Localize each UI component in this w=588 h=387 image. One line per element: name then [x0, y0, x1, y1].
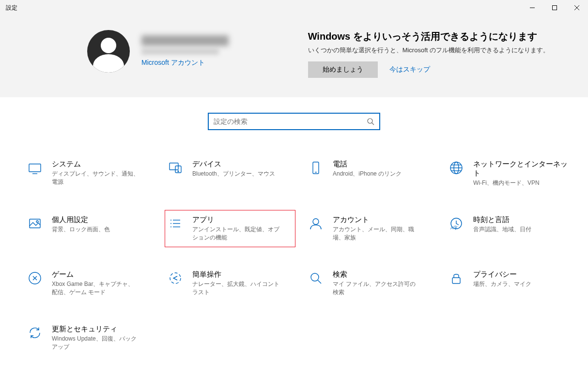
promo-actions: 始めましょう 今はスキップ: [308, 61, 549, 78]
titlebar: 設定: [0, 0, 588, 15]
category-desc: 場所、カメラ、マイク: [473, 280, 531, 288]
category-apps[interactable]: アプリアンインストール、既定値、オプションの機能: [165, 210, 295, 247]
profile-name-redacted: [141, 35, 229, 46]
search-icon: [367, 118, 374, 125]
phone-icon: [308, 160, 324, 176]
category-devices[interactable]: デバイスBluetooth、プリンター、マウス: [165, 154, 295, 193]
accounts-icon: [308, 215, 324, 232]
category-text: アカウントアカウント、メール、同期、職場、家族: [333, 215, 420, 242]
gaming-icon: [27, 270, 43, 286]
category-system[interactable]: システムディスプレイ、サウンド、通知、電源: [24, 154, 155, 193]
ms-account-link[interactable]: Microsoft アカウント: [141, 59, 229, 67]
apps-icon: [167, 215, 184, 232]
category-personal[interactable]: 個人用設定背景、ロック画面、色: [24, 210, 155, 247]
category-text: アプリアンインストール、既定値、オプションの機能: [192, 215, 279, 242]
category-text: システムディスプレイ、サウンド、通知、電源: [52, 160, 139, 187]
promo-title: Windows をよりいっそう活用できるようになります: [308, 30, 549, 43]
category-desc: 音声認識、地域、日付: [473, 225, 531, 234]
search-box[interactable]: [208, 113, 380, 130]
category-text: 時刻と言語音声認識、地域、日付: [473, 215, 531, 242]
category-title: 時刻と言語: [473, 215, 531, 224]
category-text: プライバシー場所、カメラ、マイク: [473, 270, 531, 297]
time-icon: [448, 215, 464, 232]
privacy-icon: [448, 270, 464, 286]
search-row: [0, 97, 588, 135]
search-input[interactable]: [214, 118, 367, 125]
window-title: 設定: [6, 4, 17, 12]
promo-subtitle: いくつかの簡単な選択を行うと、Microsoft のフル機能を利用できるようにな…: [308, 46, 549, 55]
category-ease[interactable]: 簡単操作ナレーター、拡大鏡、ハイコントラスト: [165, 265, 295, 302]
system-icon: [27, 160, 43, 176]
category-network[interactable]: ネットワークとインターネットWi-Fi、機内モード、VPN: [446, 154, 576, 193]
category-title: 更新とセキュリティ: [52, 325, 139, 334]
category-text: ネットワークとインターネットWi-Fi、機内モード、VPN: [473, 160, 570, 187]
category-phone[interactable]: 電話Android、iPhone のリンク: [305, 154, 436, 193]
profile-text: Microsoft アカウント: [141, 35, 229, 67]
search-icon: [308, 270, 324, 286]
category-desc: ナレーター、拡大鏡、ハイコントラスト: [192, 280, 279, 297]
category-update[interactable]: 更新とセキュリティWindows Update、回復、バックアップ: [24, 319, 155, 357]
category-gaming[interactable]: ゲームXbox Game Bar、キャプチャ、配信、ゲーム モード: [24, 265, 155, 302]
category-text: 個人用設定背景、ロック画面、色: [52, 215, 110, 242]
svg-point-4: [368, 119, 372, 123]
category-accounts[interactable]: アカウントアカウント、メール、同期、職場、家族: [305, 210, 436, 247]
category-title: アプリ: [192, 215, 279, 224]
svg-rect-1: [553, 6, 557, 10]
category-desc: Wi-Fi、機内モード、VPN: [473, 179, 560, 187]
category-text: 更新とセキュリティWindows Update、回復、バックアップ: [52, 325, 139, 351]
categories-grid: システムディスプレイ、サウンド、通知、電源デバイスBluetooth、プリンター…: [0, 135, 588, 357]
header-block: Microsoft アカウント Windows をよりいっそう活用できるようにな…: [0, 15, 588, 97]
network-icon: [448, 160, 464, 176]
close-icon: [574, 5, 579, 10]
category-title: 検索: [333, 270, 420, 279]
category-title: 電話: [333, 160, 402, 169]
category-title: アカウント: [333, 215, 420, 224]
category-desc: Android、iPhone のリンク: [333, 170, 402, 178]
minimize-button[interactable]: [521, 0, 543, 15]
category-text: 簡単操作ナレーター、拡大鏡、ハイコントラスト: [192, 270, 279, 297]
category-text: 電話Android、iPhone のリンク: [333, 160, 402, 187]
category-search[interactable]: 検索マイ ファイル、アクセス許可の検索: [305, 265, 436, 302]
minimize-icon: [530, 5, 535, 10]
category-time[interactable]: 時刻と言語音声認識、地域、日付: [446, 210, 576, 247]
category-title: ゲーム: [52, 270, 139, 279]
category-privacy[interactable]: プライバシー場所、カメラ、マイク: [446, 265, 576, 302]
ease-icon: [167, 270, 184, 286]
category-title: プライバシー: [473, 270, 531, 279]
avatar[interactable]: [87, 30, 130, 73]
category-desc: Xbox Game Bar、キャプチャ、配信、ゲーム モード: [52, 280, 139, 297]
category-desc: マイ ファイル、アクセス許可の検索: [333, 280, 420, 297]
personal-icon: [27, 215, 43, 232]
category-desc: Bluetooth、プリンター、マウス: [192, 170, 275, 178]
category-desc: アンインストール、既定値、オプションの機能: [192, 225, 279, 242]
category-text: デバイスBluetooth、プリンター、マウス: [192, 160, 275, 187]
category-desc: 背景、ロック画面、色: [52, 225, 110, 234]
category-desc: アカウント、メール、同期、職場、家族: [333, 225, 420, 242]
update-icon: [27, 325, 43, 341]
category-desc: ディスプレイ、サウンド、通知、電源: [52, 170, 139, 186]
profile-section: Microsoft アカウント: [87, 30, 229, 73]
promo-start-button[interactable]: 始めましょう: [308, 61, 378, 78]
category-text: 検索マイ ファイル、アクセス許可の検索: [333, 270, 420, 297]
close-button[interactable]: [566, 0, 588, 15]
category-title: デバイス: [192, 160, 275, 169]
maximize-icon: [552, 5, 557, 10]
promo-block: Windows をよりいっそう活用できるようになります いくつかの簡単な選択を行…: [308, 30, 549, 78]
category-text: ゲームXbox Game Bar、キャプチャ、配信、ゲーム モード: [52, 270, 139, 297]
promo-skip-link[interactable]: 今はスキップ: [389, 65, 430, 74]
profile-email-redacted: [141, 49, 219, 55]
category-title: 簡単操作: [192, 270, 279, 279]
category-title: 個人用設定: [52, 215, 110, 224]
maximize-button[interactable]: [543, 0, 566, 15]
svg-line-5: [372, 123, 374, 125]
category-desc: Windows Update、回復、バックアップ: [52, 335, 139, 351]
devices-icon: [167, 160, 184, 176]
category-title: システム: [52, 160, 139, 169]
category-title: ネットワークとインターネット: [473, 160, 570, 178]
window-controls: [521, 0, 588, 15]
